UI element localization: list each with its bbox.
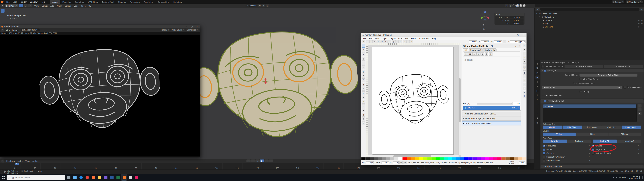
- palette-swatch-8[interactable]: [394, 157, 398, 160]
- view-layer-selector[interactable]: ▦ View Layer ✕: [626, 0, 643, 3]
- breadcrumb-scene[interactable]: Scene: [544, 61, 550, 64]
- tool-bezier[interactable]: ╱: [362, 91, 365, 95]
- properties-tab-modifiers[interactable]: ⚙: [535, 94, 539, 97]
- layer-dropdown[interactable]: View Layer▾: [171, 28, 185, 31]
- toolbar-fill-stroke-icon[interactable]: F: [406, 40, 410, 44]
- fill-type-flat-color[interactable]: ■: [468, 52, 472, 56]
- snap-center-icon[interactable]: ·: [522, 83, 526, 86]
- outliner-item-suzanne[interactable]: ▲Suzanne◉◆: [535, 25, 644, 28]
- snap-grid-icon[interactable]: #: [522, 91, 526, 94]
- exclude-silhouette-icon[interactable]: ✕: [589, 145, 590, 147]
- snap-bbox-edge-icon[interactable]: ▢: [522, 52, 526, 55]
- toolbar-ungroup-icon[interactable]: U: [403, 40, 406, 44]
- breadcrumb-linestyle[interactable]: LineStyle: [570, 61, 579, 64]
- taskbar-app-task-view[interactable]: [66, 174, 72, 181]
- palette-swatch-17[interactable]: [431, 157, 436, 160]
- menu-file[interactable]: File: [5, 0, 11, 4]
- action-center-icon[interactable]: [640, 176, 643, 179]
- move-view-icon[interactable]: ✥: [483, 28, 484, 31]
- tool-spiral[interactable]: ◔: [362, 82, 365, 86]
- workspace-tab-rendering[interactable]: Rendering: [142, 0, 156, 4]
- selection-by-face-marks[interactable]: Face Marks: [582, 126, 602, 129]
- slot-dropdown[interactable]: Slot 1▾: [161, 28, 170, 31]
- properties-tab-material[interactable]: ◉: [535, 116, 539, 120]
- disclosure-triangle[interactable]: ▾: [542, 70, 542, 72]
- palette-swatch-4[interactable]: [378, 157, 382, 160]
- snap-bbox-corner-icon[interactable]: ◇: [522, 56, 526, 59]
- tool-node-editor[interactable]: ◇: [362, 48, 365, 52]
- exclude-edge-mark-icon[interactable]: ✕: [638, 149, 640, 150]
- tool-zoom[interactable]: ◎: [362, 57, 365, 60]
- outliner-item-collection[interactable]: ▾▣Collection: [535, 15, 644, 18]
- edge-type-contour[interactable]: Contour✕: [543, 152, 592, 155]
- palette-swatch-19[interactable]: [440, 157, 444, 160]
- visibility-hidden[interactable]: Hidden: [576, 132, 608, 136]
- tool-3d-box[interactable]: ◧: [362, 70, 365, 74]
- opacity-row[interactable]: Opacity (%) 100.0 ▴▾: [463, 106, 520, 110]
- palette-swatch-30[interactable]: [485, 157, 489, 160]
- navigation-gizmo[interactable]: [480, 11, 490, 22]
- toolbar-group-icon[interactable]: G: [399, 40, 402, 44]
- opacity-value-field[interactable]: 100.0: [512, 107, 517, 109]
- outliner-item-camera[interactable]: ◆Camera◉◆: [535, 18, 644, 22]
- inkscape-menu-text[interactable]: Text: [404, 37, 410, 40]
- filter-icon[interactable]: ▼: [640, 8, 643, 11]
- x-field[interactable]: 0.000: [469, 40, 477, 43]
- disable-in-renders-icon[interactable]: ◆: [641, 22, 643, 24]
- remove-lineset-button[interactable]: −: [638, 108, 642, 112]
- focal-length-field[interactable]: 50mm: [510, 16, 524, 18]
- minimize-button[interactable]: —: [184, 25, 189, 28]
- properties-tab-constraints[interactable]: ≍: [535, 107, 539, 110]
- palette-swatch-31[interactable]: [489, 157, 493, 160]
- toolbar-xml-editor-icon[interactable]: X: [410, 40, 414, 44]
- lineset-enable-checkbox[interactable]: [544, 100, 546, 102]
- snap-cusp-icon[interactable]: ●: [522, 71, 526, 74]
- palette-swatch-18[interactable]: [436, 157, 440, 160]
- disable-in-renders-icon[interactable]: ◆: [641, 26, 643, 28]
- hide-in-viewport-icon[interactable]: ◉: [638, 19, 640, 21]
- palette-swatch-16[interactable]: [427, 157, 432, 160]
- render-menu-image[interactable]: Image: [11, 29, 19, 31]
- dialog-tab-stroke-style[interactable]: Stroke style: [483, 48, 496, 52]
- spinner-icon[interactable]: ▴▾: [518, 107, 520, 108]
- palette-swatch-21[interactable]: [448, 157, 452, 160]
- palette-swatch-11[interactable]: [407, 157, 411, 160]
- toolbar-new-icon[interactable]: N: [362, 40, 366, 44]
- properties-tab-scene[interactable]: ◍: [535, 80, 539, 84]
- ambient-occlusion-checkbox[interactable]: [541, 65, 544, 68]
- inkscape-menu-help[interactable]: Help: [431, 37, 438, 40]
- advanced-options-label[interactable]: Advanced Options: [546, 94, 562, 96]
- palette-swatch-33[interactable]: [497, 157, 502, 160]
- palette-swatch-25[interactable]: [464, 157, 468, 160]
- viewport-menu-select[interactable]: Select: [40, 5, 49, 7]
- inkscape-menu-extensions[interactable]: Extensions: [418, 37, 431, 40]
- palette-swatch-2[interactable]: [370, 157, 374, 160]
- edge-type-border[interactable]: Border✕: [543, 148, 592, 152]
- units-dropdown[interactable]: px▾: [520, 40, 526, 43]
- viewport-menu-uv[interactable]: UV: [87, 5, 92, 7]
- checkbox-material-boundary[interactable]: [592, 152, 594, 154]
- fill-type-radial-gradient[interactable]: ◉: [476, 52, 480, 56]
- tool-gradient[interactable]: ◩: [362, 104, 365, 108]
- toolbar-save-icon[interactable]: S: [370, 40, 373, 44]
- palette-swatch-7[interactable]: [390, 157, 394, 160]
- snap-midpoint-icon[interactable]: ◠: [522, 79, 526, 82]
- viewport-menu-vertex[interactable]: Vertex: [64, 5, 72, 7]
- properties-tab-output[interactable]: ▤: [535, 71, 539, 74]
- scrollbar-thumb[interactable]: [393, 155, 431, 157]
- toolbar-open-icon[interactable]: O: [366, 40, 369, 44]
- render-result-datablock[interactable]: ▩ Render Result ✕: [21, 28, 40, 31]
- zoom-field[interactable]: 42%: [519, 161, 525, 164]
- edge-select-mode-button[interactable]: ╱: [24, 4, 28, 7]
- line-style-panel-header[interactable]: ▸ Freestyle Line Style: [540, 165, 644, 168]
- fill-type-no-paint[interactable]: ✕: [464, 52, 468, 56]
- palette-swatch-28[interactable]: [477, 157, 481, 160]
- inkscape-titlebar[interactable]: ◆ monkey0001.svg - Inkscape — ▢ ✕: [361, 33, 526, 37]
- lineset-panel-header[interactable]: ▾ Freestyle Line Set: [540, 100, 644, 103]
- timeline-menu-playback[interactable]: Playback: [6, 160, 15, 162]
- breadcrumb-view-layer[interactable]: View Layer: [555, 61, 565, 64]
- tool-dropper[interactable]: ▼: [362, 108, 365, 112]
- palette-swatch-5[interactable]: [382, 157, 386, 160]
- edge-type-suggestive-contour[interactable]: Suggestive Contour✕: [543, 155, 592, 159]
- subsurface-direct-field[interactable]: Subsurface Direct: [565, 65, 603, 68]
